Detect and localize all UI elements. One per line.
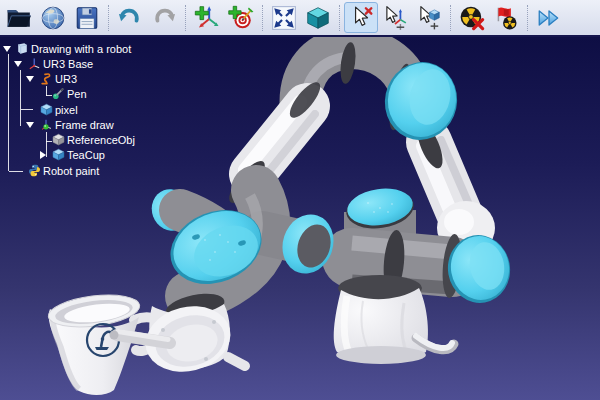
select-cursor-icon [348, 5, 374, 31]
tree-connector-line [46, 95, 52, 96]
toolbar-button-save-station[interactable] [70, 2, 104, 33]
tree-connector-line [46, 141, 52, 142]
toolbar-button-add-reference-frame[interactable] [190, 2, 224, 33]
globe-icon [40, 5, 66, 31]
tree-item-ur3-base[interactable]: UR3 Base [0, 57, 175, 72]
undo-icon [117, 5, 143, 31]
tree-item-label: Robot paint [43, 164, 99, 179]
move-object-cursor-icon [416, 5, 442, 31]
toolbar-button-online-library[interactable] [36, 2, 70, 33]
tree-connector-line [8, 54, 9, 171]
toolbar-button-isometric-view[interactable] [301, 2, 335, 33]
viewport-3d[interactable]: Drawing with a robotUR3 BaseUR3PenpixelF… [0, 37, 600, 400]
tree-item-pixel[interactable]: pixel [0, 103, 175, 118]
robot-simulator-window: Drawing with a robotUR3 BaseUR3PenpixelF… [0, 0, 600, 400]
toolbar-button-move-reference[interactable] [378, 2, 412, 33]
toolbar-button-fast-simulation[interactable] [532, 2, 566, 33]
tree-connector-line [21, 109, 33, 110]
radiation-off-icon [459, 5, 485, 31]
toolbar-separator [527, 5, 528, 31]
tree-item-label: UR3 Base [43, 57, 93, 72]
tree-item-label: Frame draw [55, 118, 114, 133]
frame-ball-icon [40, 118, 53, 131]
cube-icon [305, 5, 331, 31]
move-frame-cursor-icon [382, 5, 408, 31]
floppy-icon [74, 5, 100, 31]
tree-item-label: pixel [55, 103, 78, 118]
tree-connector-line [9, 171, 23, 172]
toolbar-button-add-target[interactable] [224, 2, 258, 33]
redo-icon [151, 5, 177, 31]
station-icon [16, 42, 29, 55]
python-icon [28, 164, 41, 177]
toolbar-separator [339, 5, 340, 31]
tree-item-label: UR3 [55, 72, 77, 87]
frame-icon [28, 57, 41, 70]
object-cube-icon [52, 148, 65, 161]
tree-item-label: Pen [67, 87, 87, 102]
folder-icon [6, 5, 32, 31]
main-toolbar [0, 0, 600, 37]
toolbar-button-fit-view[interactable] [267, 2, 301, 33]
tree-item-teacup[interactable]: TeaCup [0, 148, 175, 163]
tree-item-pen[interactable]: Pen [0, 87, 175, 102]
toolbar-separator [262, 5, 263, 31]
toolbar-separator [108, 5, 109, 31]
expander-down-icon[interactable] [14, 61, 22, 67]
tree-item-referenceobj[interactable]: ReferenceObj [0, 133, 175, 148]
tree-connector-line [46, 132, 47, 157]
robot-base[interactable] [334, 120, 516, 364]
add-frame-icon [194, 5, 220, 31]
fit-view-icon [271, 5, 297, 31]
expander-down-icon[interactable] [26, 122, 34, 128]
toolbar-separator [450, 5, 451, 31]
tree-item-robot-paint[interactable]: Robot paint [0, 164, 175, 179]
expander-down-icon[interactable] [26, 76, 34, 82]
object-cube-icon [40, 103, 53, 116]
tool-icon [52, 87, 65, 100]
tree-item-frame-draw[interactable]: Frame draw [0, 118, 175, 133]
fast-forward-icon [536, 5, 562, 31]
tree-item-label: Drawing with a robot [31, 42, 131, 57]
tree-item-label: TeaCup [67, 148, 105, 163]
toolbar-button-redo[interactable] [147, 2, 181, 33]
tree-item-label: ReferenceObj [67, 133, 135, 148]
robot-icon [40, 72, 53, 85]
collision-flag-icon [493, 5, 519, 31]
toolbar-button-collision-map[interactable] [455, 2, 489, 33]
station-tree: Drawing with a robotUR3 BaseUR3PenpixelF… [0, 37, 175, 237]
tree-connector-line [20, 70, 21, 126]
toolbar-separator [185, 5, 186, 31]
object-gray-cube-icon [52, 133, 65, 146]
expander-down-icon[interactable] [3, 46, 11, 52]
toolbar-button-check-collisions[interactable] [489, 2, 523, 33]
toolbar-button-move-object[interactable] [412, 2, 446, 33]
tree-item-drawing-with-a-robot[interactable]: Drawing with a robot [0, 42, 175, 57]
toolbar-button-undo[interactable] [113, 2, 147, 33]
toolbar-button-open-station[interactable] [2, 2, 36, 33]
add-target-icon [228, 5, 254, 31]
toolbar-button-select[interactable] [344, 2, 378, 33]
tree-item-ur3[interactable]: UR3 [0, 72, 175, 87]
